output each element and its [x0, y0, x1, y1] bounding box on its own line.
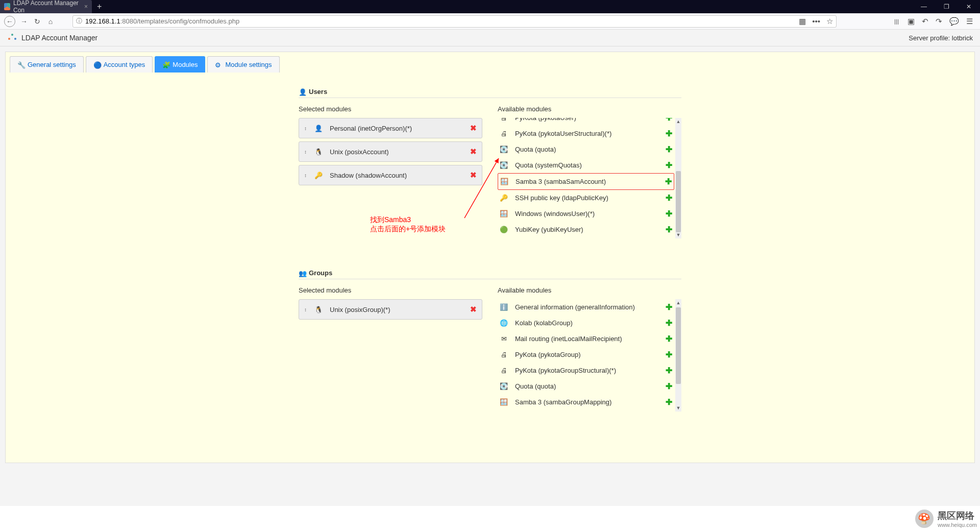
add-button[interactable]: ✚ — [666, 193, 672, 203]
add-button[interactable]: ✚ — [666, 381, 672, 391]
info-icon[interactable]: ⓘ — [76, 17, 82, 26]
scrollbar[interactable]: ▲ ▼ — [675, 118, 681, 238]
available-list-users[interactable]: 🖨 PyKota (pykotaUser) ✚ 🖨 PyKota (pykota… — [498, 118, 681, 238]
module-label: SSH public key (ldapPublicKey) — [515, 194, 666, 202]
remove-button[interactable]: ✖ — [470, 124, 477, 133]
undo-icon[interactable]: ↶ — [922, 17, 928, 26]
tab-label: Module settings — [225, 61, 272, 68]
scroll-thumb[interactable] — [676, 307, 681, 384]
tab-modules[interactable]: 🧩Modules — [155, 56, 205, 73]
scroll-up-icon[interactable]: ▲ — [675, 118, 681, 125]
section-groups: 👥 Groups Selected modules ↕ 🐧 Unix (posi… — [299, 269, 681, 412]
drag-handle-icon[interactable]: ↕ — [304, 126, 309, 131]
wrench-icon: 🔧 — [17, 61, 24, 68]
tab-title: LDAP Account Manager Con — [13, 0, 80, 14]
disk-icon: 💽 — [500, 161, 508, 170]
add-button[interactable]: ✚ — [666, 366, 672, 375]
module-label: Shadow (shadowAccount) — [330, 172, 470, 179]
selected-module[interactable]: ↕ 🐧 Unix (posixAccount) ✖ — [299, 141, 482, 162]
module-label: Mail routing (inetLocalMailRecipient) — [515, 335, 666, 343]
module-label: PyKota (pykotaGroupStructural)(*) — [515, 367, 666, 374]
available-module: 🖨 PyKota (pykotaUser) ✚ — [498, 118, 674, 126]
available-module: 💽 Quota (quota) ✚ — [498, 141, 674, 157]
scrollbar[interactable]: ▲ ▼ — [675, 299, 681, 412]
add-button[interactable]: ✚ — [666, 302, 672, 312]
add-button[interactable]: ✚ — [666, 334, 672, 344]
forward-button[interactable]: → — [17, 15, 31, 28]
scroll-thumb[interactable] — [676, 171, 681, 232]
add-button[interactable]: ✚ — [666, 118, 672, 123]
module-label: Personal (inetOrgPerson)(*) — [330, 125, 470, 132]
available-module: 🖨 PyKota (pykotaGroupStructural)(*) ✚ — [498, 363, 674, 378]
selected-module[interactable]: ↕ 🐧 Unix (posixGroup)(*) ✖ — [299, 299, 482, 320]
drag-handle-icon[interactable]: ↕ — [304, 173, 309, 178]
home-button[interactable]: ⌂ — [44, 15, 57, 28]
close-icon[interactable]: × — [84, 3, 88, 10]
tab-label: Modules — [173, 61, 198, 68]
new-tab-button[interactable]: + — [92, 2, 107, 11]
add-button[interactable]: ✚ — [666, 144, 672, 154]
section-title-text: Users — [309, 88, 327, 95]
page-header: LDAP Account Manager Server profile: lot… — [0, 30, 980, 46]
circle-icon: 🔵 — [93, 61, 101, 68]
sidebar-icon[interactable]: ▣ — [908, 17, 915, 26]
logo-icon — [7, 34, 17, 42]
tab-general-settings[interactable]: 🔧General settings — [10, 56, 84, 73]
add-button[interactable]: ✚ — [666, 350, 672, 359]
qr-icon[interactable]: ▦ — [799, 17, 806, 26]
selected-module[interactable]: ↕ 👤 Personal (inetOrgPerson)(*) ✖ — [299, 118, 482, 138]
remove-button[interactable]: ✖ — [470, 305, 477, 314]
remove-button[interactable]: ✖ — [470, 171, 477, 180]
tab-account-types[interactable]: 🔵Account types — [86, 56, 153, 73]
reload-button[interactable]: ↻ — [31, 15, 44, 28]
add-button[interactable]: ✚ — [666, 209, 672, 219]
url-text: 192.168.1.1:8080/templates/config/confmo… — [85, 17, 239, 25]
close-window-button[interactable]: ✕ — [958, 3, 980, 10]
selected-module[interactable]: ↕ 🔑 Shadow (shadowAccount) ✖ — [299, 165, 482, 185]
add-button[interactable]: ✚ — [665, 177, 672, 186]
chat-icon[interactable]: 💬 — [949, 17, 959, 26]
module-label: Quota (quota) — [515, 146, 666, 153]
maximize-button[interactable]: ❐ — [935, 3, 958, 10]
module-label: Samba 3 (sambaGroupMapping) — [515, 398, 666, 406]
share-icon[interactable]: ↷ — [936, 17, 942, 26]
module-label: Quota (systemQuotas) — [515, 161, 666, 169]
library-icon[interactable]: ⫼ — [893, 17, 900, 26]
drag-handle-icon[interactable]: ↕ — [304, 149, 309, 155]
bookmark-icon[interactable]: ☆ — [826, 17, 833, 26]
penguin-icon: 🐧 — [314, 305, 323, 313]
available-list-groups[interactable]: ℹ️ General information (generalInformati… — [498, 299, 681, 412]
available-module: ✉ Mail routing (inetLocalMailRecipient) … — [498, 331, 674, 347]
scroll-down-icon[interactable]: ▼ — [675, 231, 681, 238]
scroll-down-icon[interactable]: ▼ — [675, 404, 681, 412]
back-button[interactable]: ← — [4, 16, 15, 27]
group-icon: 👥 — [299, 270, 306, 277]
module-label: YubiKey (yubiKeyUser) — [515, 226, 666, 233]
scroll-up-icon[interactable]: ▲ — [675, 299, 681, 306]
col-selected-users: Selected modules ↕ 👤 Personal (inetOrgPe… — [299, 105, 482, 238]
browser-tab[interactable]: LDAP Account Manager Con × — [0, 0, 92, 13]
col-available-groups: Available modules ℹ️ General information… — [498, 286, 681, 412]
menu-icon[interactable]: ☰ — [966, 17, 973, 26]
minimize-button[interactable]: — — [913, 3, 935, 10]
tab-module-settings[interactable]: ⚙Module settings — [207, 56, 279, 73]
window-controls: — ❐ ✕ — [913, 3, 980, 10]
info-icon: ℹ️ — [500, 303, 508, 311]
remove-button[interactable]: ✖ — [470, 147, 477, 156]
add-button[interactable]: ✚ — [666, 129, 672, 138]
module-label: Quota (quota) — [515, 382, 666, 390]
add-button[interactable]: ✚ — [666, 160, 672, 170]
url-bar[interactable]: ⓘ 192.168.1.1:8080/templates/config/conf… — [72, 15, 837, 28]
add-button[interactable]: ✚ — [666, 318, 672, 328]
add-button[interactable]: ✚ — [666, 225, 672, 234]
available-module: 🪟 Windows (windowsUser)(*) ✚ — [498, 206, 674, 222]
disk-icon: 💽 — [500, 146, 508, 154]
drag-handle-icon[interactable]: ↕ — [304, 307, 309, 312]
add-button[interactable]: ✚ — [666, 397, 672, 407]
app-title: LDAP Account Manager — [21, 34, 97, 42]
section-title-groups: 👥 Groups — [299, 269, 681, 279]
browser-toolbar: ← → ↻ ⌂ ⓘ 192.168.1.1:8080/templates/con… — [0, 13, 980, 30]
windows-icon: 🪟 — [500, 178, 508, 186]
more-icon[interactable]: ••• — [812, 17, 820, 26]
available-module: 🖨 PyKota (pykotaUserStructural)(*) ✚ — [498, 126, 674, 141]
